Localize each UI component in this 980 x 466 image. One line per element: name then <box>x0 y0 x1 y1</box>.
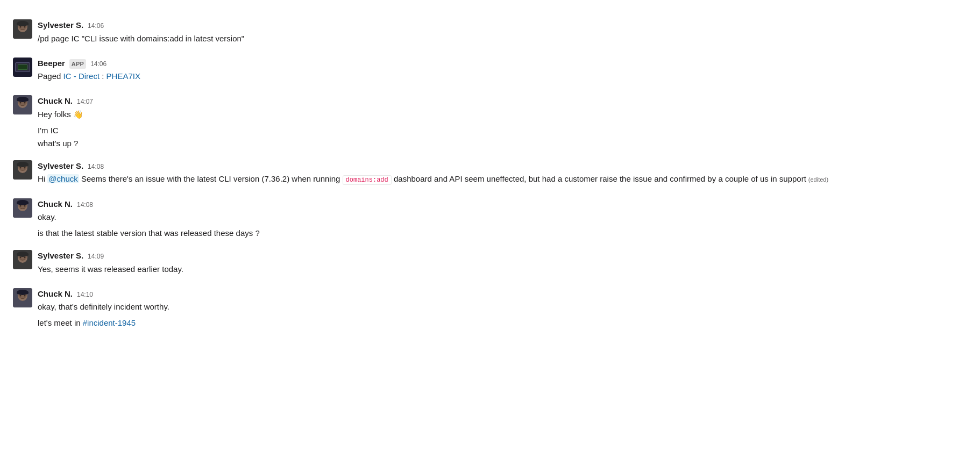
timestamp: 14:09 <box>88 252 104 261</box>
extra-text: let's meet in <box>38 318 83 327</box>
svg-point-45 <box>20 295 22 296</box>
timestamp: 14:10 <box>77 290 93 299</box>
svg-point-30 <box>24 205 26 206</box>
app-badge: APP <box>69 59 86 69</box>
message-header: Chuck N. 14:08 <box>38 198 967 211</box>
message-header: Sylvester S. 14:08 <box>38 160 967 173</box>
svg-point-46 <box>24 295 26 296</box>
message-group: Sylvester S. 14:06 /pd page IC "CLI issu… <box>13 17 967 47</box>
avatar <box>13 95 32 114</box>
timestamp: 14:06 <box>88 21 104 31</box>
timestamp: 14:07 <box>77 97 93 106</box>
sender-name: Chuck N. <box>38 95 73 107</box>
message-content: Chuck N. 14:08 okay. <box>38 198 967 224</box>
svg-point-22 <box>24 167 26 168</box>
svg-point-6 <box>24 26 26 28</box>
sender-name: Beeper <box>38 58 65 70</box>
message-header: Chuck N. 14:10 <box>38 288 967 300</box>
message-group: Sylvester S. 14:09 Yes, seems it was rel… <box>13 248 967 277</box>
message-content: Beeper APP 14:06 Paged IC - Direct : PHE… <box>38 58 967 83</box>
svg-rect-23 <box>18 173 27 180</box>
svg-rect-36 <box>17 254 29 256</box>
svg-point-29 <box>20 205 22 206</box>
message-continuation: I'm IC <box>13 125 967 137</box>
avatar <box>13 19 32 39</box>
svg-rect-20 <box>17 164 29 166</box>
message-text: let's meet in #incident-1945 <box>38 317 967 329</box>
mention: @chuck <box>47 174 79 183</box>
message-text: Paged IC - Direct : PHEA7IX <box>38 70 967 82</box>
message-text: Hey folks 👋 <box>38 109 967 120</box>
avatar <box>13 160 32 180</box>
message-header: Sylvester S. 14:06 <box>38 19 967 32</box>
message-group: Chuck N. 14:07 Hey folks 👋 <box>13 93 967 123</box>
beeper-icon-inner <box>15 62 30 72</box>
sender-name: Sylvester S. <box>38 19 83 32</box>
svg-point-37 <box>20 257 22 259</box>
message-content: Sylvester S. 14:08 Hi @chuck Seems there… <box>38 160 967 185</box>
message-continuation: is that the latest stable version that w… <box>13 227 967 239</box>
message-text: /pd page IC "CLI issue with domains:add … <box>38 33 967 45</box>
svg-point-5 <box>20 26 22 28</box>
beeper-avatar <box>13 58 32 77</box>
message-text: okay. <box>38 211 967 223</box>
message-header: Chuck N. 14:07 <box>38 95 967 107</box>
svg-rect-28 <box>17 202 29 204</box>
message-text: Hi @chuck Seems there's an issue with th… <box>38 173 967 185</box>
avatar <box>13 198 32 218</box>
svg-rect-44 <box>17 292 29 294</box>
svg-rect-7 <box>18 32 27 39</box>
post-code-text: dashboard and API seem uneffected, but h… <box>392 174 806 183</box>
svg-rect-15 <box>18 108 27 114</box>
svg-rect-12 <box>17 99 29 101</box>
message-group: Beeper APP 14:06 Paged IC - Direct : PHE… <box>13 55 967 85</box>
incident-link[interactable]: PHEA7IX <box>106 71 140 81</box>
message-continuation: what's up ? <box>13 138 967 149</box>
code-snippet: domains:add <box>343 175 392 185</box>
message-header: Sylvester S. 14:09 <box>38 250 967 262</box>
message-group: Sylvester S. 14:08 Hi @chuck Seems there… <box>13 158 967 188</box>
beeper-screen <box>18 64 27 70</box>
post-mention-text: Seems there's an issue with the latest C… <box>79 174 343 183</box>
ic-direct-link[interactable]: IC - Direct <box>63 71 100 81</box>
sender-name: Sylvester S. <box>38 160 83 173</box>
message-header: Beeper APP 14:06 <box>38 58 967 70</box>
svg-point-13 <box>20 102 22 104</box>
message-content: Chuck N. 14:10 okay, that's definitely i… <box>38 288 967 313</box>
pre-mention-text: Hi <box>38 174 47 183</box>
message-text: I'm IC <box>38 125 967 137</box>
timestamp: 14:06 <box>90 59 106 69</box>
message-text: Yes, seems it was released earlier today… <box>38 263 967 275</box>
message-content: Chuck N. 14:07 Hey folks 👋 <box>38 95 967 120</box>
chat-container: Sylvester S. 14:06 /pd page IC "CLI issu… <box>0 0 980 339</box>
message-text: is that the latest stable version that w… <box>38 227 967 239</box>
svg-rect-4 <box>17 23 29 25</box>
svg-point-38 <box>24 257 26 259</box>
sender-name: Chuck N. <box>38 198 73 211</box>
svg-rect-39 <box>18 263 27 269</box>
message-content: Sylvester S. 14:06 /pd page IC "CLI issu… <box>38 19 967 45</box>
sender-name: Sylvester S. <box>38 250 83 262</box>
message-group: Chuck N. 14:08 okay. <box>13 196 967 226</box>
svg-point-21 <box>20 167 22 168</box>
message-group: Chuck N. 14:10 okay, that's definitely i… <box>13 286 967 316</box>
avatar <box>13 288 32 307</box>
channel-link[interactable]: #incident-1945 <box>83 318 136 327</box>
svg-rect-31 <box>18 211 27 218</box>
edited-label: (edited) <box>808 176 828 183</box>
svg-point-14 <box>24 102 26 104</box>
message-continuation: let's meet in #incident-1945 <box>13 317 967 329</box>
timestamp: 14:08 <box>77 200 93 210</box>
sender-name: Chuck N. <box>38 288 73 300</box>
timestamp: 14:08 <box>88 162 104 171</box>
message-text: what's up ? <box>38 138 967 149</box>
avatar <box>13 250 32 269</box>
svg-rect-47 <box>18 301 27 307</box>
message-content: Sylvester S. 14:09 Yes, seems it was rel… <box>38 250 967 275</box>
message-text: okay, that's definitely incident worthy. <box>38 301 967 313</box>
paged-text: Paged <box>38 71 63 81</box>
